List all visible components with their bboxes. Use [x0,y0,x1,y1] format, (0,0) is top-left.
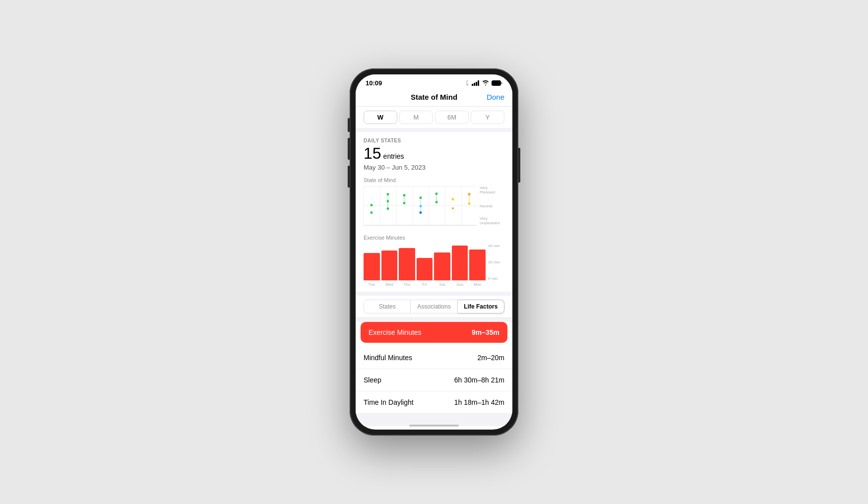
exercise-bars [364,244,486,281]
som-dot [452,207,454,209]
section-label: DAILY STATES [364,138,504,143]
signal-icon [472,80,480,86]
state-of-mind-section: State of Mind [356,177,512,231]
ex-col-fri [417,258,433,280]
status-bar: 10:09 [356,74,512,89]
time-btn-m[interactable]: M [399,111,433,124]
date-range: May 30 – Jun 5, 2023 [364,164,504,171]
som-dot [403,194,405,196]
daily-states-section: DAILY STATES 15 entries May 30 – Jun 5, … [356,132,512,177]
tab-states[interactable]: States [364,300,411,314]
life-factors-list: Exercise Minutes 9m–35m Mindful Minutes … [356,322,512,414]
som-dot [386,207,389,210]
svg-rect-0 [472,84,473,86]
som-col-2 [380,186,395,225]
bluetooth-icon [465,80,469,86]
som-dot [419,205,422,207]
ex-bar-thu [399,248,415,280]
exercise-section: Exercise Minutes [356,231,512,292]
ex-col-thu [399,248,415,280]
factor-row-exercise[interactable]: Exercise Minutes 9m–35m [361,322,507,343]
svg-rect-5 [493,81,499,85]
phone-frame: 10:09 [350,68,518,436]
entries-row: 15 entries [364,144,504,163]
tab-selector: States Associations Life Factors [356,296,512,318]
ex-bar-sat [434,252,450,280]
factor-value-daylight: 1h 18m–1h 42m [454,398,504,406]
done-button[interactable]: Done [487,93,504,101]
svg-rect-3 [478,80,479,86]
volume-down-button [348,166,350,188]
factor-row-daylight[interactable]: Time In Daylight 1h 18m–1h 42m [356,391,512,414]
entries-count: 15 [364,144,381,163]
svg-rect-1 [474,83,475,86]
som-y-label-bot: VeryUnpleasant [480,217,504,226]
factor-name-daylight: Time In Daylight [364,398,414,406]
day-label-tue: Tue [364,282,380,287]
som-col-5 [429,186,444,225]
som-col-6 [445,186,460,225]
day-label-thu: Thu [399,282,415,287]
day-label-sat: Sat [434,282,450,287]
factor-row-sleep[interactable]: Sleep 6h 30m–8h 21m [356,369,512,391]
ex-bar-sun [452,246,468,280]
som-dot [370,211,372,214]
factor-name-sleep: Sleep [364,376,381,384]
som-col-1 [364,186,379,225]
home-indicator [409,425,459,427]
ex-bar-fri [417,258,433,280]
factor-name-mindful: Mindful Minutes [364,354,412,362]
ex-col-mon [469,250,486,280]
time-btn-w[interactable]: W [364,111,397,124]
som-dot [403,202,405,204]
som-col-3 [396,186,412,225]
som-dot [468,193,471,195]
ex-bar-mon [469,250,486,280]
factor-value-mindful: 2m–20m [478,354,504,362]
som-dot [370,204,372,206]
status-icons [465,80,502,86]
som-y-label-mid: Neutral [480,204,504,208]
som-dot [468,202,471,205]
status-time: 10:09 [366,79,382,87]
page-title: State of Mind [411,93,457,101]
ex-bar-wed [381,251,398,280]
tab-associations[interactable]: Associations [411,300,457,314]
som-y-label-top: VeryPleasant [480,186,504,195]
som-dot [435,192,438,195]
ex-col-sat [434,252,450,280]
time-btn-y[interactable]: Y [471,111,504,124]
som-dot [435,201,438,203]
som-chart-label: State of Mind [364,177,504,183]
som-dot [419,211,422,214]
day-label-fri: Fri [417,282,433,287]
exercise-chart: Tue Wed Thu Fri Sat Sun Mon 40 min 20 mi… [364,244,504,287]
wifi-icon [482,80,489,86]
tab-life-factors[interactable]: Life Factors [458,300,504,314]
day-label-wed: Wed [381,282,398,287]
entries-unit: entries [383,152,404,160]
factor-value-sleep: 6h 30m–8h 21m [454,376,504,384]
factor-row-mindful[interactable]: Mindful Minutes 2m–20m [356,347,512,369]
day-labels: Tue Wed Thu Fri Sat Sun Mon [364,282,486,287]
silent-switch [348,118,350,132]
som-y-axis: VeryPleasant Neutral VeryUnpleasant [477,186,504,226]
volume-up-button [348,138,350,160]
battery-icon [492,80,502,86]
day-label-mon: Mon [469,282,486,287]
som-chart: VeryPleasant Neutral VeryUnpleasant [364,186,504,226]
som-col-4 [413,186,428,225]
day-label-sun: Sun [452,282,468,287]
ex-bar-tue [364,253,380,280]
som-col-7 [461,186,477,225]
factor-rows: Mindful Minutes 2m–20m Sleep 6h 30m–8h 2… [356,347,512,414]
som-dot [452,198,454,200]
ex-col-tue [364,253,380,280]
exercise-chart-label: Exercise Minutes [364,235,504,241]
som-dot [386,193,389,195]
som-dot [419,196,422,199]
time-btn-6m[interactable]: 6M [435,111,469,124]
exercise-y-axis: 40 min 20 min 0 min [486,244,504,281]
ex-y-top: 40 min [488,244,504,248]
page-header: State of Mind Done [356,89,512,107]
